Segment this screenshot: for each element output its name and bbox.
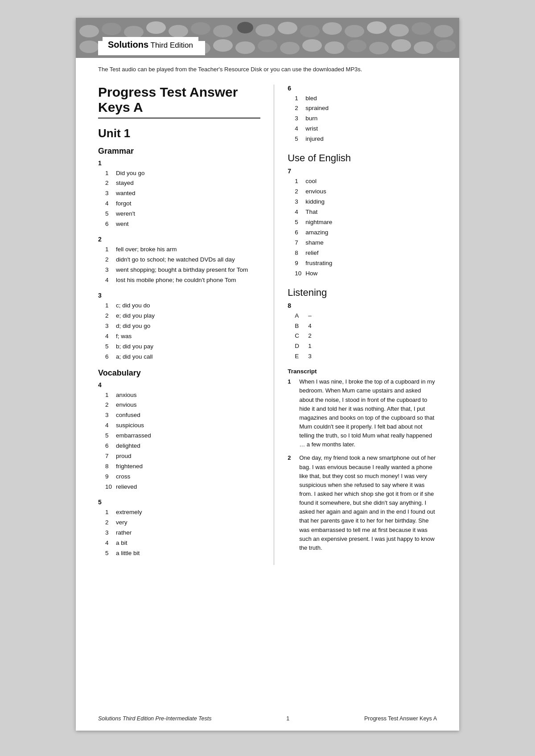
left-column: Progress Test Answer Keys A Unit 1 Gramm…: [98, 85, 274, 565]
list-item: 10relieved: [105, 482, 260, 492]
list-item: 1fell over; broke his arm: [105, 245, 260, 255]
audio-note: The Test audio can be played from the Te…: [98, 65, 437, 74]
question-4-block: 4 1anxious 2envious 3confused 4suspiciou…: [98, 381, 260, 492]
question-2-block: 2 1fell over; broke his arm 2didn't go t…: [98, 236, 260, 286]
transcript-item-2: 2 One day, my friend took a new smartpho…: [288, 454, 437, 552]
list-item: 1Did you go: [105, 168, 260, 179]
list-item: 3confused: [105, 410, 260, 421]
list-item: 3kidding: [295, 197, 437, 207]
question-4-answers: 1anxious 2envious 3confused 4suspicious …: [98, 390, 260, 492]
question-2-number: 2: [98, 236, 260, 243]
question-6-number: 6: [288, 85, 437, 92]
svg-point-34: [436, 40, 456, 52]
list-item: 4a bit: [105, 538, 260, 548]
question-7-number: 7: [288, 168, 437, 175]
svg-point-14: [367, 21, 387, 34]
question-7-answers: 1cool 2envious 3kidding 4That 5nightmare…: [288, 176, 437, 278]
list-item: 8relief: [295, 248, 437, 258]
list-item: 6amazing: [295, 228, 437, 238]
list-item: 5weren't: [105, 209, 260, 219]
svg-point-4: [146, 21, 166, 34]
listening-row-d: D 1: [295, 341, 437, 351]
svg-point-9: [255, 24, 275, 37]
list-item: 4That: [295, 207, 437, 217]
content-area: The Test audio can be played from the Te…: [76, 58, 459, 592]
svg-point-32: [391, 39, 411, 52]
question-4-number: 4: [98, 381, 260, 388]
svg-point-33: [414, 41, 433, 54]
svg-point-27: [280, 42, 300, 54]
question-2-answers: 1fell over; broke his arm 2didn't go to …: [98, 245, 260, 286]
list-item: 6a; did you call: [105, 352, 260, 362]
svg-point-18: [79, 41, 99, 53]
listening-row-e: E 3: [295, 351, 437, 362]
listening-heading: Listening: [288, 287, 437, 298]
question-6-block: 6 1bled 2sprained 3burn 4wrist 5injured: [288, 85, 437, 145]
edition-title: Third Edition: [148, 41, 193, 49]
svg-point-7: [213, 25, 233, 37]
unit-title: Unit 1: [98, 127, 260, 140]
page-title: Progress Test Answer Keys A: [98, 85, 260, 119]
svg-point-8: [237, 22, 253, 33]
list-item: 5injured: [295, 134, 437, 144]
list-item: 5embarrassed: [105, 431, 260, 441]
list-item: 3burn: [295, 114, 437, 124]
page: Solutions Third Edition The Test audio c…: [76, 18, 459, 731]
svg-point-5: [169, 25, 188, 37]
svg-point-16: [412, 22, 431, 35]
listening-row-a: A –: [295, 311, 437, 321]
list-item: 4suspicious: [105, 421, 260, 431]
question-1-block: 1 1Did you go 2stayed 3wanted 4forgot 5w…: [98, 159, 260, 230]
list-item: 2didn't go to school; he watched DVDs al…: [105, 255, 260, 265]
footer-right: Progress Test Answer Keys A: [364, 715, 437, 722]
question-5-answers: 1extremely 2very 3rather 4a bit 5a littl…: [98, 507, 260, 559]
list-item: 6delighted: [105, 441, 260, 451]
solutions-title: Solutions: [108, 40, 148, 49]
list-item: 3went shopping; bought a birthday presen…: [105, 265, 260, 275]
transcript-item-1: 1 When I was nine, I broke the top of a …: [288, 377, 437, 449]
svg-point-17: [434, 25, 453, 37]
list-item: 6went: [105, 219, 260, 229]
question-3-number: 3: [98, 292, 260, 299]
list-item: 5nightmare: [295, 217, 437, 228]
vocabulary-heading: Vocabulary: [98, 368, 260, 378]
svg-point-24: [213, 39, 233, 52]
svg-point-31: [369, 42, 389, 54]
svg-point-15: [389, 24, 409, 37]
list-item: 1extremely: [105, 507, 260, 518]
use-of-english-heading: Use of English: [288, 152, 437, 164]
list-item: 8frightened: [105, 462, 260, 472]
list-item: 9frustrating: [295, 258, 437, 269]
question-5-number: 5: [98, 499, 260, 506]
question-3-block: 3 1c; did you do 2e; did you play 3d; di…: [98, 292, 260, 362]
list-item: 5b; did you pay: [105, 342, 260, 352]
footer-center: 1: [286, 715, 289, 722]
list-item: 2sprained: [295, 103, 437, 114]
list-item: 4wrist: [295, 124, 437, 134]
list-item: 2envious: [105, 400, 260, 410]
list-item: 5a little bit: [105, 548, 260, 559]
svg-point-12: [322, 22, 342, 35]
question-7-block: 7 1cool 2envious 3kidding 4That 5nightma…: [288, 168, 437, 278]
list-item: 7shame: [295, 238, 437, 248]
question-1-answers: 1Did you go 2stayed 3wanted 4forgot 5wer…: [98, 168, 260, 230]
question-8-number: 8: [288, 302, 437, 309]
list-item: 9cross: [105, 472, 260, 482]
list-item: 1cool: [295, 176, 437, 187]
svg-point-28: [302, 39, 322, 52]
list-item: 1c; did you do: [105, 301, 260, 311]
footer: Solutions Third Edition Pre-Intermediate…: [76, 715, 459, 722]
svg-point-25: [235, 41, 255, 54]
list-item: 3wanted: [105, 188, 260, 199]
list-item: 2very: [105, 518, 260, 528]
list-item: 2envious: [295, 187, 437, 197]
transcript-list: 1 When I was nine, I broke the top of a …: [288, 377, 437, 552]
footer-left: Solutions Third Edition Pre-Intermediate…: [98, 715, 212, 722]
list-item: 4lost his mobile phone; he couldn't phon…: [105, 275, 260, 286]
svg-point-11: [300, 25, 320, 37]
listening-row-c: C 2: [295, 331, 437, 341]
listening-row-b: B 4: [295, 321, 437, 331]
header-banner: Solutions Third Edition: [76, 18, 459, 58]
list-item: 7proud: [105, 451, 260, 462]
two-col-layout: Progress Test Answer Keys A Unit 1 Gramm…: [98, 85, 437, 565]
